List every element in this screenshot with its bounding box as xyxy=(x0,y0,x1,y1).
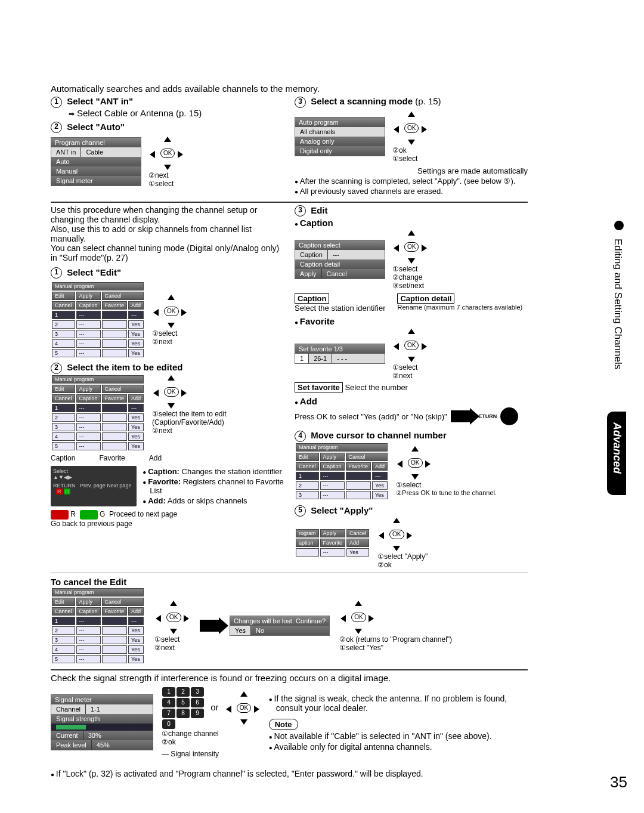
menu-row-digital[interactable]: Digital only xyxy=(295,146,385,156)
nav-cross-icon-7[interactable]: OK xyxy=(396,445,432,481)
ok-button[interactable]: OK xyxy=(160,149,175,158)
tab-apply[interactable]: Apply xyxy=(76,292,101,300)
nav-cross-icon[interactable]: OK xyxy=(148,135,184,171)
lbl-favorite: Favorite xyxy=(99,454,125,462)
caption-detail-boxlabel: Caption detail xyxy=(397,293,454,304)
green-button-icon[interactable] xyxy=(80,510,98,520)
cancel-anno-2: select "Yes" xyxy=(346,644,383,652)
anno-select-2: select xyxy=(399,154,417,163)
ok-button-4[interactable]: OK xyxy=(164,387,178,397)
scan-note-apply: After the scanning is completed, select … xyxy=(302,177,528,186)
menu-row-analog[interactable]: Analog only xyxy=(295,137,385,146)
caption-boxlabel: Caption xyxy=(295,293,329,304)
menu-row-signalmeter[interactable]: Signal meter xyxy=(51,176,141,186)
step-antin-sub: Select Cable or Antenna (p. 15) xyxy=(69,108,284,118)
manual-program-table-2: Manual program Edit Apply Cancel Cannel … xyxy=(51,374,145,452)
ok-button-9[interactable]: OK xyxy=(166,613,181,622)
ok-button-2[interactable]: OK xyxy=(404,123,419,133)
sig-row-strength: Signal strength xyxy=(51,714,153,724)
nav-cross-icon-9[interactable]: OK xyxy=(154,599,190,635)
menu-row-auto[interactable]: Auto xyxy=(51,157,141,166)
nav-cross-icon-11[interactable]: OK xyxy=(225,690,261,726)
auto-section-intro: Automatically searches and adds availabl… xyxy=(51,84,528,94)
manual-program-table-3: Manual program EditApplyCancel CannelCap… xyxy=(295,442,389,500)
program-channel-menu: Program channel ANT in Cable Auto Manual… xyxy=(51,137,141,186)
signal-intro: Check the signal strength if interferenc… xyxy=(51,673,528,683)
setfav-boxlabel: Set favorite xyxy=(295,382,343,392)
anno-ok: ok xyxy=(399,146,407,154)
sig-note-btm-2: Available only for digital antenna chann… xyxy=(276,742,528,752)
number-keypad[interactable]: 123 456 789 0 xyxy=(162,687,205,729)
favorite-row[interactable]: 1 26-1 - - - xyxy=(295,354,385,363)
ok-button-3[interactable]: OK xyxy=(164,307,178,316)
menu-row-manual[interactable]: Manual xyxy=(51,166,141,176)
ok-button-6[interactable]: OK xyxy=(404,341,419,350)
manual-intro-1: Use this procedure when changing the cha… xyxy=(51,205,284,224)
caption-detail-row[interactable]: Caption detail xyxy=(295,259,385,269)
ok-button-5[interactable]: OK xyxy=(404,242,419,252)
tab-cancel[interactable]: Cancel xyxy=(102,292,144,300)
scan-note-erase: All previously saved channels are erased… xyxy=(302,187,528,196)
legend-next: Proceed to next page xyxy=(109,510,177,518)
cancel-title: To cancel the Edit xyxy=(51,577,528,587)
menu-row-antin[interactable]: ANT in Cable xyxy=(51,147,141,157)
dialog-no[interactable]: No xyxy=(251,626,269,635)
caption-box-desc: Select the station identifier xyxy=(295,304,385,313)
ok-button-11[interactable]: OK xyxy=(237,703,251,713)
nav-cross-icon-4[interactable]: OK xyxy=(152,374,188,410)
m-step2-marker: 2 xyxy=(51,363,62,374)
dialog-yes[interactable]: Yes xyxy=(230,626,251,635)
ok-button-7[interactable]: OK xyxy=(408,458,422,468)
lbl-add: Add xyxy=(149,454,162,462)
nav-cross-icon-3[interactable]: OK xyxy=(152,293,188,329)
footer-legend-box: Select▲▼◀▶ RETURN Prev. page Next page R… xyxy=(51,466,137,506)
sig-row-channel[interactable]: Channel 1-1 xyxy=(51,704,153,714)
program-channel-title: Program channel xyxy=(51,138,141,147)
footnote: If "Lock" (p. 32) is activated and "Prog… xyxy=(58,769,528,778)
advanced-tab: Advanced xyxy=(607,412,626,495)
tab-edit[interactable]: Edit xyxy=(52,292,75,300)
cancel-dialog: Changes will be lost. Continue? Yes No xyxy=(230,616,330,636)
caption-apply-row[interactable]: Apply Cancel xyxy=(295,269,385,279)
tip-add: Adds or skips channels xyxy=(168,496,247,505)
m-step1-marker: 1 xyxy=(51,267,62,279)
red-button-icon[interactable] xyxy=(51,510,69,520)
m-step5-marker: 5 xyxy=(295,505,306,517)
sig-note-btm-1: Not available if "Cable" is selected in … xyxy=(276,731,528,741)
anno-select: select xyxy=(155,180,174,188)
legend-back: Go back to previous page xyxy=(51,520,284,528)
sig-row-current: Current 30% xyxy=(51,731,153,740)
tip-caption: Changes the station identifier xyxy=(182,467,282,476)
lbl-caption: Caption xyxy=(51,454,75,462)
nav-cross-icon-8[interactable]: OK xyxy=(377,517,413,552)
ok-button-8[interactable]: OK xyxy=(389,530,404,539)
manier-program-table-5: Manual program EditApplyCancel CannelCap… xyxy=(51,587,145,664)
nav-cross-icon-2[interactable]: OK xyxy=(392,110,428,146)
cancel-dialog-title: Changes will be lost. Continue? xyxy=(230,616,329,626)
page-number: 35 xyxy=(610,773,627,792)
caption-select-menu: Caption select Caption --- Caption detai… xyxy=(295,240,385,279)
manual-program-table-4: rogramApplyCancel aptionFavoriteAdd ---Y… xyxy=(295,528,370,558)
arrow-icon xyxy=(451,410,471,422)
signal-meter-menu: Signal meter Channel 1-1 Signal strength… xyxy=(51,694,153,750)
setfav-desc: Select the number xyxy=(345,383,408,392)
move-anno: Press OK to tune to the channel. xyxy=(402,489,497,496)
right-caption-h: Caption xyxy=(302,218,528,228)
manual-intro-2: Also, use this to add or skip channels f… xyxy=(51,224,284,243)
nav-cross-icon-6[interactable]: OK xyxy=(392,327,428,363)
arrow-icon-2 xyxy=(200,620,220,632)
favorite-h: Favorite xyxy=(302,316,528,326)
side-section-label: Editing and Setting Channels xyxy=(612,239,624,369)
nav-cross-icon-10[interactable]: OK xyxy=(339,599,375,635)
m-step3-marker: 3 xyxy=(295,205,306,217)
caption-row[interactable]: Caption --- xyxy=(295,250,385,259)
signal-intensity-label: Signal intensity xyxy=(171,750,219,758)
step-edit-title: Select "Edit" xyxy=(67,267,121,277)
return-icon[interactable] xyxy=(500,407,518,425)
step-apply-title: Select "Apply" xyxy=(311,505,373,515)
menu-row-allch[interactable]: All channels xyxy=(295,127,385,137)
ok-button-10[interactable]: OK xyxy=(351,613,366,622)
step-item-title: Select the item to be edited xyxy=(67,362,182,372)
nav-cross-icon-5[interactable]: OK xyxy=(392,229,428,265)
sig-note-top-1: If the signal is weak, check the antenna… xyxy=(276,694,528,713)
